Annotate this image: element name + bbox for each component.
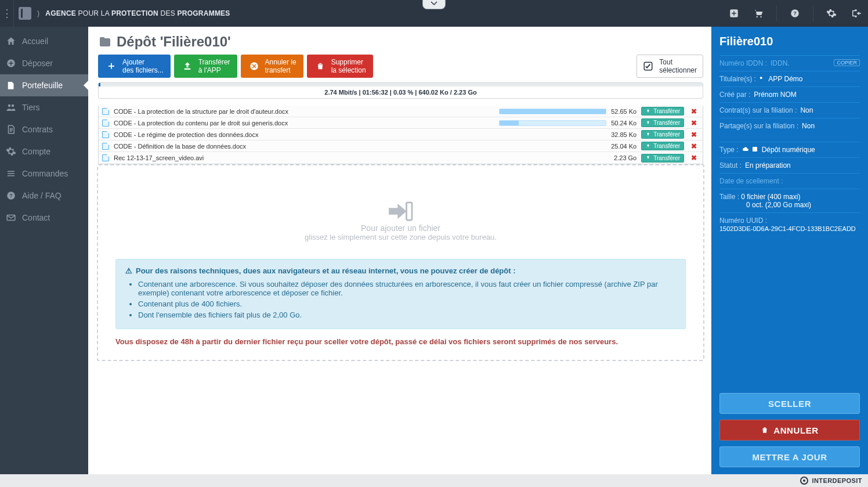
sidebar-item-tiers[interactable]: Tiers [0,96,88,118]
sidebar-item-portefeuille[interactable]: Portefeuille [0,74,88,96]
plus-icon: ＋ [105,60,118,73]
statut-value: En préparation [745,161,791,169]
uuid-label: Numéro UUID : [719,217,767,225]
alert-box: ⚠ Pour des raisons techniques, dues aux … [115,259,686,329]
contrat-value: Non [800,106,813,114]
statut-label: Statut : [719,161,742,169]
gear-icon[interactable] [824,6,839,21]
help-icon[interactable]: ? [787,6,802,21]
folder-icon [98,35,112,49]
file-size: 25.04 Ko [611,143,636,150]
type-label: Type : [719,146,739,154]
svg-text:?: ? [9,193,13,199]
check-icon [643,61,653,71]
upload-icon [181,60,194,73]
sidebar-item-label: Déposer [22,59,53,68]
sidebar-item-label: Aide / FAQ [22,191,62,200]
sidebar-item-label: Tiers [22,103,40,112]
svg-point-10 [8,104,11,107]
dropzone[interactable]: Pour ajouter un fichier glissez le simpl… [97,164,704,361]
brand[interactable]: ) AGENCE POUR LA PROTECTION DES PROGRAMM… [19,7,230,20]
add-icon[interactable] [726,6,742,21]
alert-header: Pour des raisons techniques, dues aux na… [136,266,516,275]
sidebar-item-contrats[interactable]: Contrats [0,118,88,140]
footer-logo-icon [800,477,808,485]
file-remove-button[interactable]: ✖ [689,119,699,127]
alert-bullet: Dont l'ensemble des fichiers fait plus d… [138,311,676,319]
file-transfer-button[interactable]: Transférer [641,130,684,139]
svg-rect-18 [184,68,190,70]
app-body: Accueil Déposer Portefeuille Tiers Contr… [0,27,868,474]
contrat-label: Contrat(s) sur la filiation : [719,106,797,114]
file-transfer-button[interactable]: Transférer [641,107,684,116]
details-title: Filière010 [719,35,860,48]
taille-value-2: 0 oct. (2,00 Go maxi) [719,201,811,209]
copy-button[interactable]: COPIER [834,59,860,66]
brand-slash: ) [37,9,39,17]
file-remove-button[interactable]: ✖ [689,142,699,150]
svg-rect-13 [8,173,15,174]
update-button[interactable]: METTRE A JOUR [719,446,860,467]
file-remove-button[interactable]: ✖ [689,107,699,116]
taille-value-1: 0 fichier (400 maxi) [741,193,800,201]
sidebar-item-aide[interactable]: ?Aide / FAQ [0,185,88,207]
footer-text: INTERDEPOSIT [812,477,862,484]
disk-icon [751,146,758,153]
file-name: CODE - La protection de la structure par… [114,108,494,115]
titulaire-label: Titulaire(s) : [719,75,756,83]
file-row[interactable]: CODE - Définition de la base de données.… [99,140,703,152]
file-row[interactable]: CODE - La protection du contenu par le d… [99,117,703,129]
alert-bullet: Contenant plus de 400 fichiers. [138,300,676,308]
sidebar-item-deposer[interactable]: Déposer [0,52,88,74]
cancel-button[interactable]: ANNULER [719,420,860,441]
pulldown-handle-icon[interactable] [422,0,446,9]
select-all-button[interactable]: Toutsélectionner [636,55,703,78]
deadline-warning: Vous disposez de 48h à partir du dernier… [115,337,686,346]
sidebar-collapse-icon[interactable]: ⋮ [0,0,14,27]
svg-text:?: ? [793,10,797,16]
topbar-separator [776,5,777,21]
file-row[interactable]: Rec 12-13-17_screen_video.avi 2.23 Go Tr… [99,152,703,164]
sidebar-item-commandes[interactable]: Commandes [0,163,88,185]
file-transfer-button[interactable]: Transférer [641,154,684,163]
sidebar-item-accueil[interactable]: Accueil [0,30,88,52]
add-files-button[interactable]: ＋Ajouterdes fichiers... [98,55,171,78]
transfer-button[interactable]: Transférerà l'APP [174,55,237,78]
svg-rect-9 [9,63,13,64]
sidebar-item-compte[interactable]: Compte [0,140,88,163]
sidebar: Accueil Déposer Portefeuille Tiers Contr… [0,27,88,474]
file-remove-button[interactable]: ✖ [689,131,699,139]
cart-icon[interactable] [751,6,766,21]
seal-button[interactable]: SCELLER [719,393,860,414]
file-row[interactable]: CODE - La protection de la structure par… [99,106,703,117]
svg-rect-21 [406,203,412,220]
svg-rect-22 [753,147,757,151]
delete-selection-button[interactable]: Supprimerla sélection [307,55,373,78]
iddn-label: Numéro IDDN : [719,59,767,67]
cree-label: Créé par : [719,91,750,99]
sidebar-item-label: Accueil [22,37,48,46]
file-transfer-button[interactable]: Transférer [641,142,684,150]
partage-label: Partage(s) sur la filiation : [719,122,798,130]
svg-point-4 [760,16,761,17]
file-remove-button[interactable]: ✖ [689,154,699,162]
arrow-right-into-box-icon [388,200,414,222]
file-row-progress [499,109,606,114]
sidebar-item-label: Contact [22,213,50,222]
file-row[interactable]: CODE - Le régime de protection des donné… [99,129,703,140]
logout-icon[interactable] [848,6,863,21]
cancel-transfer-button[interactable]: Annuler letransfert [241,55,303,78]
svg-point-11 [12,104,15,107]
file-icon [102,143,109,150]
progress-label: 2.74 Mbit/s | 01:56:32 | 0.03 % | 640.02… [99,86,703,98]
cloud-icon [742,146,749,153]
file-transfer-button[interactable]: Transférer [641,118,684,127]
sidebar-item-label: Compte [22,147,50,156]
page-title: Dépôt 'Filière010' [98,34,703,50]
uuid-value: 1502D3DE-0D6A-29C1-4FCD-133B1BC2EADD [719,225,856,232]
topbar-separator [813,5,813,21]
file-size: 32.85 Ko [611,131,636,138]
sidebar-item-contact[interactable]: Contact [0,207,88,229]
file-size: 2.23 Go [614,154,636,161]
action-bar: ＋Ajouterdes fichiers... Transférerà l'AP… [98,55,703,78]
